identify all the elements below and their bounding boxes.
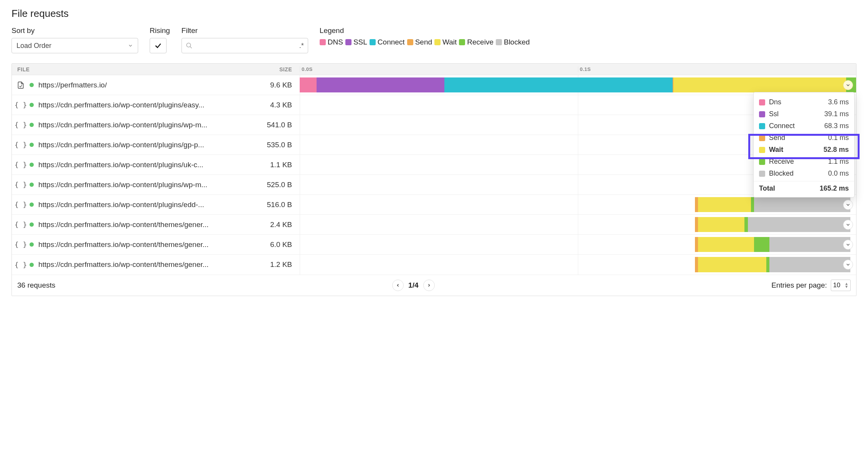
file-url: https://cdn.perfmatters.io/wp-content/pl… xyxy=(38,141,204,149)
search-icon xyxy=(186,42,193,49)
chevron-down-icon xyxy=(128,43,133,48)
waterfall-segment xyxy=(744,217,748,232)
expand-button[interactable] xyxy=(843,240,853,250)
legend-swatch xyxy=(320,39,326,45)
file-url: https://cdn.perfmatters.io/wp-content/pl… xyxy=(38,181,207,189)
waterfall-segment xyxy=(766,257,769,272)
table-row[interactable]: { } https://cdn.perfmatters.io/wp-conten… xyxy=(12,235,856,255)
file-url: https://cdn.perfmatters.io/wp-content/th… xyxy=(38,260,209,269)
page-title: File requests xyxy=(12,8,856,20)
sort-value: Load Order xyxy=(17,42,51,50)
tooltip-swatch xyxy=(759,159,765,165)
legend-item: SSL xyxy=(345,38,367,46)
file-cell: { } https://cdn.perfmatters.io/wp-conten… xyxy=(12,121,211,129)
waterfall-cell xyxy=(300,235,856,254)
file-cell: { } https://cdn.perfmatters.io/wp-conten… xyxy=(12,101,211,109)
table-body: https://perfmatters.io/ 9.6 KB Dns 3.6 m… xyxy=(12,75,856,275)
table-row[interactable]: { } https://cdn.perfmatters.io/wp-conten… xyxy=(12,175,856,195)
filter-input[interactable] xyxy=(196,42,299,49)
tooltip-row: Send 0.1 ms xyxy=(754,132,854,144)
waterfall-cell xyxy=(300,195,856,214)
table-row[interactable]: { } https://cdn.perfmatters.io/wp-conten… xyxy=(12,215,856,235)
prev-page-button[interactable] xyxy=(392,280,404,291)
expand-button[interactable] xyxy=(843,80,853,90)
col-waterfall-header: 0.0s0.1s xyxy=(300,66,856,72)
tooltip-value: 0.0 ms xyxy=(828,170,849,178)
file-cell: { } https://cdn.perfmatters.io/wp-conten… xyxy=(12,221,211,229)
waterfall-segment xyxy=(754,237,770,252)
table-row[interactable]: { } https://cdn.perfmatters.io/wp-conten… xyxy=(12,135,856,155)
filter-box[interactable]: .* xyxy=(182,38,308,53)
tooltip-label: Wait xyxy=(769,146,820,154)
table-row[interactable]: { } https://cdn.perfmatters.io/wp-conten… xyxy=(12,95,856,115)
file-url: https://cdn.perfmatters.io/wp-content/pl… xyxy=(38,201,204,209)
tooltip-label: Receive xyxy=(769,158,824,166)
waterfall-segment xyxy=(695,237,698,252)
legend-item: DNS xyxy=(320,38,343,46)
axis-tick: 0.1s xyxy=(578,66,856,72)
tooltip-swatch xyxy=(759,135,765,141)
svg-line-1 xyxy=(190,46,192,48)
braces-icon: { } xyxy=(17,141,25,149)
waterfall-segment xyxy=(444,77,673,92)
legend-item: Blocked xyxy=(496,38,530,46)
status-dot xyxy=(30,163,34,167)
braces-icon: { } xyxy=(17,181,25,189)
braces-icon: { } xyxy=(17,161,25,169)
size-cell: 525.0 B xyxy=(211,181,300,189)
status-dot xyxy=(30,183,34,187)
tooltip-swatch xyxy=(759,147,765,153)
waterfall-segment xyxy=(698,197,751,212)
waterfall-segment xyxy=(769,257,850,272)
file-cell: { } https://cdn.perfmatters.io/wp-conten… xyxy=(12,260,211,269)
legend-text: Send xyxy=(415,38,432,46)
braces-icon: { } xyxy=(17,260,25,269)
table-row[interactable]: { } https://cdn.perfmatters.io/wp-conten… xyxy=(12,155,856,175)
epp-label: Entries per page: xyxy=(771,281,827,290)
legend-text: Wait xyxy=(442,38,457,46)
controls-bar: Sort by Load Order Rising Filter .* Lege… xyxy=(12,26,856,53)
waterfall-bar xyxy=(695,197,851,212)
file-cell: { } https://cdn.perfmatters.io/wp-conten… xyxy=(12,141,211,149)
pager: 1/4 xyxy=(392,280,434,291)
size-cell: 6.0 KB xyxy=(211,240,300,249)
col-size-header[interactable]: SIZE xyxy=(211,66,300,72)
entries-per-page: Entries per page: 10 ▲▼ xyxy=(771,280,851,291)
stepper-icon: ▲▼ xyxy=(845,282,848,288)
status-dot xyxy=(30,242,34,247)
table-row[interactable]: { } https://cdn.perfmatters.io/wp-conten… xyxy=(12,195,856,215)
file-cell: { } https://cdn.perfmatters.io/wp-conten… xyxy=(12,240,211,249)
status-dot xyxy=(30,143,34,147)
legend-swatch xyxy=(370,39,376,45)
table-row[interactable]: https://perfmatters.io/ 9.6 KB Dns 3.6 m… xyxy=(12,75,856,95)
waterfall-segment xyxy=(748,217,851,232)
sort-select[interactable]: Load Order xyxy=(12,38,138,53)
rising-toggle[interactable] xyxy=(150,38,167,53)
status-dot xyxy=(30,263,34,267)
size-cell: 4.3 KB xyxy=(211,101,300,109)
braces-icon: { } xyxy=(17,201,25,209)
next-page-button[interactable] xyxy=(423,280,435,291)
status-dot xyxy=(30,202,34,207)
sort-group: Sort by Load Order xyxy=(12,26,138,53)
expand-button[interactable] xyxy=(843,220,853,230)
expand-button[interactable] xyxy=(843,200,853,210)
legend-item: Receive xyxy=(459,38,493,46)
tooltip-value: 68.3 ms xyxy=(824,122,849,130)
file-url: https://perfmatters.io/ xyxy=(38,81,107,89)
legend-item: Wait xyxy=(434,38,457,46)
tooltip-label: Blocked xyxy=(769,170,824,178)
filter-label: Filter xyxy=(182,26,308,35)
col-file-header[interactable]: FILE xyxy=(12,66,211,72)
table-row[interactable]: { } https://cdn.perfmatters.io/wp-conten… xyxy=(12,255,856,275)
tooltip-label: Ssl xyxy=(769,110,820,118)
waterfall-cell xyxy=(300,255,856,275)
table-row[interactable]: { } https://cdn.perfmatters.io/wp-conten… xyxy=(12,115,856,135)
tooltip-swatch xyxy=(759,99,765,105)
tooltip-row: Ssl 39.1 ms xyxy=(754,108,854,120)
epp-select[interactable]: 10 ▲▼ xyxy=(831,280,851,291)
waterfall-segment xyxy=(698,257,767,272)
expand-button[interactable] xyxy=(843,260,853,270)
legend-swatch xyxy=(345,39,351,45)
file-url: https://cdn.perfmatters.io/wp-content/th… xyxy=(38,221,209,229)
